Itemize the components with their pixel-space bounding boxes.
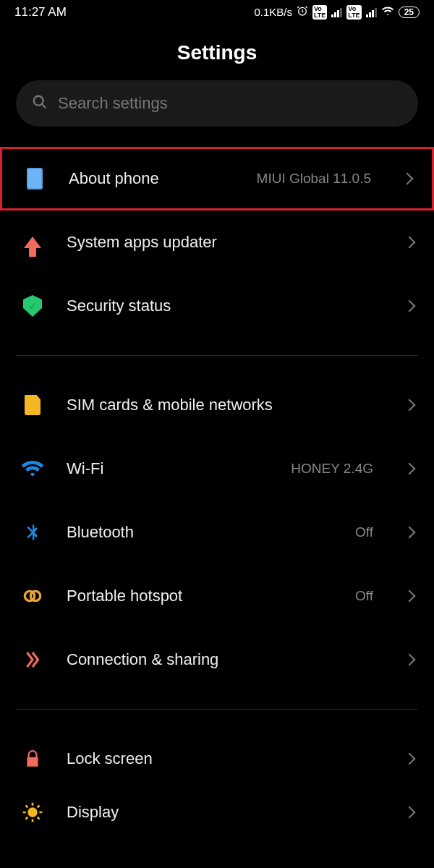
connection-sharing-icon [20,647,45,672]
chevron-right-icon [404,399,416,412]
row-security-status[interactable]: ✓ Security status [0,274,434,338]
wifi-status-icon [381,4,394,20]
row-value: Off [355,588,373,604]
svg-point-1 [34,96,43,106]
status-time: 11:27 AM [14,5,67,20]
row-sim-networks[interactable]: SIM cards & mobile networks [0,373,434,437]
status-right: 0.1KB/s VoLTE VoLTE 25 [254,4,420,20]
sim2-volte-icon: VoLTE [346,5,361,20]
sim1-signal-icon [331,7,342,17]
row-display[interactable]: Display [0,791,434,834]
row-label: Portable hotspot [67,587,333,605]
sun-icon [20,800,45,825]
phone-icon [22,166,47,191]
sim2-signal-icon [366,7,377,17]
row-value: Off [355,524,373,540]
svg-point-4 [27,807,37,817]
row-label: Wi-Fi [67,459,269,478]
chevron-right-icon [404,237,416,249]
row-lock-screen[interactable]: Lock screen [0,727,434,791]
row-label: Lock screen [67,749,373,768]
bluetooth-icon [20,520,45,545]
row-value: HONEY 2.4G [291,461,373,477]
status-bar: 11:27 AM 0.1KB/s VoLTE VoLTE 25 [0,0,434,24]
chevron-right-icon [401,173,414,185]
shield-check-icon: ✓ [20,294,45,318]
sim1-volte-icon: VoLTE [312,5,327,20]
row-label: Display [67,803,373,822]
search-bar[interactable] [16,80,418,127]
row-label: System apps updater [67,233,373,252]
row-label: About phone [69,169,235,188]
wifi-icon [20,456,45,481]
search-icon [32,94,48,113]
row-label: Bluetooth [67,523,333,542]
row-label: Connection & sharing [67,650,373,669]
row-label: SIM cards & mobile networks [67,396,373,414]
row-label: Security status [67,297,373,315]
hotspot-icon [20,584,45,608]
row-connection-sharing[interactable]: Connection & sharing [0,628,434,692]
search-input[interactable] [58,94,402,113]
chevron-right-icon [404,463,416,475]
row-about-phone[interactable]: About phone MIUI Global 11.0.5 [0,147,434,210]
sim-card-icon [20,393,45,417]
chevron-right-icon [404,807,416,819]
row-system-apps-updater[interactable]: System apps updater [0,210,434,274]
alarm-icon [297,5,308,19]
lock-icon [20,746,45,771]
chevron-right-icon [404,527,416,539]
row-bluetooth[interactable]: Bluetooth Off [0,501,434,564]
battery-icon: 25 [399,7,420,18]
divider [16,355,418,356]
arrow-up-icon [20,230,45,255]
page-title: Settings [0,41,434,64]
chevron-right-icon [404,753,416,765]
chevron-right-icon [404,590,416,603]
row-value: MIUI Global 11.0.5 [257,171,371,187]
chevron-right-icon [404,654,416,666]
row-hotspot[interactable]: Portable hotspot Off [0,564,434,628]
divider [16,709,418,710]
chevron-right-icon [404,300,416,312]
row-wifi[interactable]: Wi-Fi HONEY 2.4G [0,437,434,501]
data-rate: 0.1KB/s [254,6,292,18]
